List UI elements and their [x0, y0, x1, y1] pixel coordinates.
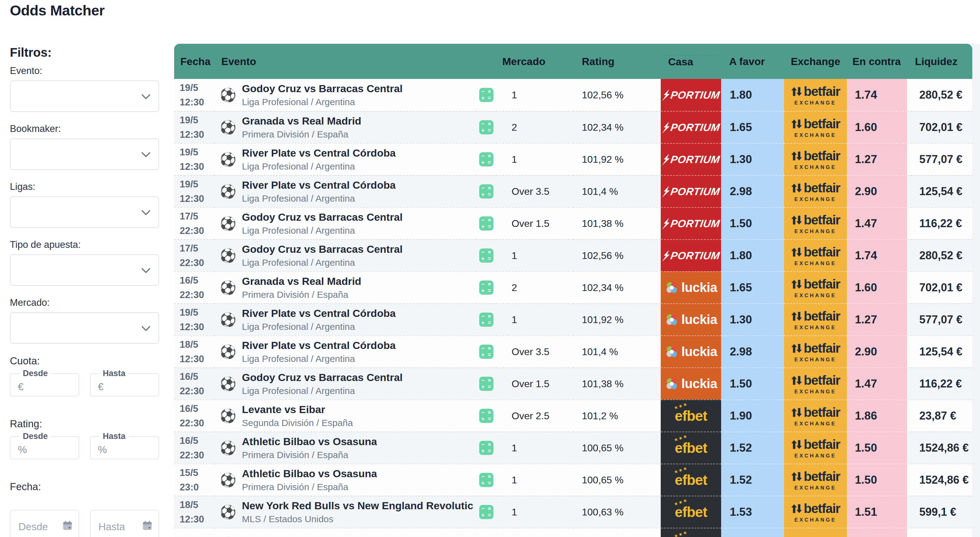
exchange-cell: betfairEXCHANGE: [784, 175, 847, 207]
back-odds-cell: 1.52: [721, 464, 784, 496]
event-date: 17/5: [180, 209, 198, 223]
table-row[interactable]: 15/5⚽FC Vizela vs Estrela Amadora−×+=★★★…: [174, 528, 972, 537]
casa-cell: PORTIUM: [661, 239, 721, 271]
betfair-exchange-logo[interactable]: betfairEXCHANGE: [791, 405, 840, 427]
luckia-logo[interactable]: luckia: [665, 376, 717, 391]
filter-evento-select[interactable]: [10, 80, 159, 112]
lay-odds-cell: 1.74: [847, 239, 907, 271]
efbet-logo[interactable]: ★★★efbet: [675, 408, 707, 424]
sportium-logo[interactable]: PORTIUM: [661, 153, 721, 166]
soccer-ball-icon: ⚽: [220, 249, 234, 263]
table-row[interactable]: 15/523:0⚽Athletic Bilbao vs OsasunaPrime…: [174, 464, 972, 496]
rating-desde-input[interactable]: [17, 444, 65, 456]
calculator-icon[interactable]: −×+=: [479, 249, 493, 263]
fecha-hasta-text[interactable]: [98, 521, 136, 533]
filter-tipo-apuesta-label: Tipo de apuesta:: [10, 239, 159, 250]
betfair-exchange-logo[interactable]: betfairEXCHANGE: [791, 309, 840, 331]
betfair-arrows-icon: [791, 503, 802, 515]
betfair-exchange-logo[interactable]: betfairEXCHANGE: [791, 213, 840, 234]
calculator-icon[interactable]: −×+=: [479, 473, 493, 487]
betfair-exchange-logo[interactable]: betfairEXCHANGE: [791, 469, 840, 491]
lay-odds-cell: 1.50: [847, 464, 907, 496]
calc-cell: −×+=: [476, 111, 496, 143]
rating-cell: 101,38 %: [573, 368, 661, 400]
rating-cell: 101,4 %: [573, 175, 661, 207]
betfair-exchange-logo[interactable]: betfairEXCHANGE: [791, 84, 840, 106]
calculator-icon[interactable]: −×+=: [479, 505, 493, 519]
table-row[interactable]: 16/522:30⚽Granada vs Real MadridPrimera …: [174, 271, 972, 303]
soccer-ball-icon: ⚽: [220, 88, 234, 102]
soccer-ball-icon: ⚽: [220, 505, 234, 519]
table-row[interactable]: 16/522:30⚽Godoy Cruz vs Barracas Central…: [174, 368, 972, 400]
table-row[interactable]: 16/522:30⚽Athletic Bilbao vs OsasunaPrim…: [174, 432, 972, 464]
exchange-cell: betfairEXCHANGE: [784, 111, 847, 143]
betfair-exchange-logo[interactable]: betfairEXCHANGE: [791, 501, 840, 523]
calculator-icon[interactable]: −×+=: [479, 280, 493, 295]
rating-desde-field: Desde: [10, 432, 79, 459]
back-odds-cell: 2.98: [721, 335, 784, 368]
filter-tipo-apuesta-select[interactable]: [10, 254, 159, 286]
calculator-icon[interactable]: −×+=: [479, 345, 493, 359]
efbet-logo[interactable]: ★★★efbet: [675, 536, 707, 537]
betfair-exchange-logo[interactable]: betfairEXCHANGE: [791, 116, 840, 139]
efbet-logo[interactable]: ★★★efbet: [675, 440, 707, 456]
cuota-hasta-input[interactable]: [97, 381, 145, 393]
luckia-logo[interactable]: luckia: [665, 312, 717, 327]
calculator-icon[interactable]: −×+=: [479, 152, 493, 166]
betfair-exchange-logo[interactable]: betfairEXCHANGE: [791, 437, 840, 459]
betfair-exchange-logo[interactable]: betfairEXCHANGE: [791, 148, 840, 171]
calculator-icon[interactable]: −×+=: [479, 120, 493, 134]
betfair-exchange-logo[interactable]: betfairEXCHANGE: [791, 373, 840, 395]
exchange-cell: betfairEXCHANGE: [784, 143, 847, 175]
calculator-icon[interactable]: −×+=: [479, 377, 493, 391]
sportium-logo[interactable]: PORTIUM: [661, 186, 721, 198]
filter-bookmaker-select[interactable]: [10, 139, 159, 170]
casa-cell: PORTIUM: [661, 207, 721, 239]
table-row[interactable]: 17/522:30⚽Godoy Cruz vs Barracas Central…: [174, 207, 972, 239]
table-row[interactable]: 19/512:30⚽River Plate vs Central Córdoba…: [174, 175, 972, 207]
betfair-arrows-icon: [791, 214, 802, 226]
sportium-logo[interactable]: PORTIUM: [661, 121, 721, 134]
luckia-logo[interactable]: luckia: [665, 344, 717, 359]
betfair-exchange-logo[interactable]: betfairEXCHANGE: [791, 277, 840, 299]
col-header-liquidez: Liquidez: [907, 56, 972, 67]
fecha-hasta-input[interactable]: [90, 510, 159, 537]
sportium-logo[interactable]: PORTIUM: [661, 218, 721, 229]
efbet-logo[interactable]: ★★★efbet: [675, 504, 707, 520]
rating-hasta-input[interactable]: [97, 444, 145, 456]
calculator-icon[interactable]: −×+=: [479, 88, 493, 102]
efbet-logo[interactable]: ★★★efbet: [675, 472, 707, 488]
event-league: MLS / Estados Unidos: [242, 514, 473, 524]
calculator-icon[interactable]: −×+=: [479, 217, 493, 231]
betfair-exchange-logo[interactable]: betfairEXCHANGE: [791, 341, 840, 363]
cuota-desde-input[interactable]: [17, 381, 65, 393]
event-title: Granada vs Real Madrid: [242, 115, 361, 127]
market-cell: 1: [496, 464, 573, 496]
table-row[interactable]: 17/522:30⚽Godoy Cruz vs Barracas Central…: [174, 239, 972, 271]
filter-ligas-select[interactable]: [10, 196, 159, 228]
calculator-icon[interactable]: −×+=: [479, 312, 493, 327]
betfair-exchange-logo[interactable]: betfairEXCHANGE: [791, 245, 840, 267]
betfair-exchange-logo[interactable]: betfairEXCHANGE: [791, 181, 840, 202]
table-row[interactable]: 16/522:30⚽Levante vs EibarSegunda Divisi…: [174, 400, 972, 432]
event-cell: ⚽Granada vs Real MadridPrimera División …: [214, 111, 476, 143]
table-row[interactable]: 19/512:30⚽Godoy Cruz vs Barracas Central…: [174, 79, 972, 111]
casa-cell: PORTIUM: [661, 143, 721, 175]
luckia-logo[interactable]: luckia: [665, 280, 717, 295]
liquidity-cell: 1524,86 €: [907, 432, 972, 464]
table-row[interactable]: 19/512:30⚽Granada vs Real MadridPrimera …: [174, 111, 972, 143]
event-date: 19/5: [180, 113, 198, 127]
filter-mercado-select[interactable]: [10, 312, 159, 344]
table-row[interactable]: 18/512:30⚽New York Red Bulls vs New Engl…: [174, 496, 972, 528]
sportium-logo[interactable]: PORTIUM: [661, 250, 721, 262]
event-title: New York Red Bulls vs New England Revolu…: [242, 500, 473, 512]
table-row[interactable]: 18/512:30⚽River Plate vs Central Córdoba…: [174, 335, 972, 368]
sportium-logo[interactable]: PORTIUM: [661, 89, 721, 101]
fecha-desde-input[interactable]: [10, 510, 79, 537]
calculator-icon[interactable]: −×+=: [479, 441, 493, 455]
table-row[interactable]: 19/512:30⚽River Plate vs Central Córdoba…: [174, 303, 972, 335]
table-row[interactable]: 19/512:30⚽River Plate vs Central Córdoba…: [174, 143, 972, 175]
calculator-icon[interactable]: −×+=: [479, 184, 493, 199]
fecha-desde-text[interactable]: [18, 521, 56, 533]
calculator-icon[interactable]: −×+=: [479, 409, 493, 423]
